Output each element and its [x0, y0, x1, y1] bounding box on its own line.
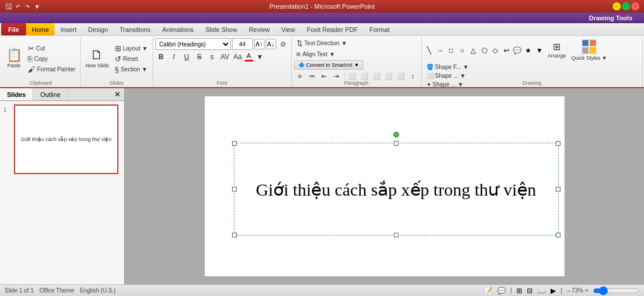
- handle-bottom-left[interactable]: [232, 233, 237, 237]
- new-slide-button[interactable]: 🗋 New Slide: [83, 48, 111, 70]
- menu-item-format[interactable]: Format: [364, 23, 396, 35]
- handle-top-left[interactable]: [232, 141, 237, 146]
- normal-view-button[interactable]: ⊞: [516, 287, 522, 295]
- paragraph-label: Paragraph: [344, 80, 368, 86]
- align-right-button[interactable]: ⬜: [371, 71, 382, 81]
- window-controls[interactable]: – □ ×: [613, 2, 639, 10]
- handle-middle-right[interactable]: [556, 187, 560, 192]
- zoom-slider[interactable]: [593, 286, 639, 295]
- increase-font-button[interactable]: A↑: [254, 39, 265, 49]
- slide-text-content[interactable]: Giới thiệu cách sắp xếp trong thư viện: [256, 178, 536, 201]
- menu-item-view[interactable]: View: [276, 23, 301, 35]
- layout-button[interactable]: ⊞ Layout ▼: [113, 44, 150, 53]
- quick-styles-button[interactable]: Quick Styles ▼: [569, 38, 609, 63]
- font-size-input[interactable]: [232, 38, 253, 50]
- char-spacing-button[interactable]: AV: [219, 51, 231, 63]
- text-box[interactable]: Giới thiệu cách sắp xếp trong thư viện: [234, 143, 559, 236]
- reading-view-button[interactable]: 📖: [537, 287, 546, 295]
- minimize-button[interactable]: –: [613, 2, 621, 10]
- handle-bottom-center[interactable]: [394, 233, 399, 237]
- drawing-tools-bar: Drawing Tools: [0, 13, 644, 23]
- drawing-tools-label: Drawing Tools: [582, 15, 639, 21]
- slide-thumbnail[interactable]: Giới thiệu cách sắp xếp trong thư viện: [14, 104, 118, 174]
- comments-button[interactable]: 💬: [497, 287, 506, 295]
- columns-button[interactable]: ⬜: [395, 71, 407, 81]
- triangle-shape-button[interactable]: △: [468, 45, 479, 56]
- undo-button[interactable]: ↶: [15, 3, 21, 10]
- canvas-area[interactable]: Giới thiệu cách sắp xếp trong thư viện: [125, 88, 644, 284]
- bullets-button[interactable]: ≡: [294, 71, 306, 81]
- shape-effects-button[interactable]: ✦ Shape ... ▼: [424, 81, 471, 88]
- menu-item-home[interactable]: Home: [26, 23, 55, 35]
- reset-button[interactable]: ↺ Reset: [113, 54, 150, 64]
- handle-middle-left[interactable]: [232, 187, 237, 192]
- menu-item-insert[interactable]: Insert: [55, 23, 82, 35]
- align-text-button[interactable]: ≡ Align Text ▼: [294, 49, 338, 59]
- bold-button[interactable]: B: [155, 51, 167, 63]
- menu-item-review[interactable]: Review: [243, 23, 276, 35]
- rotate-handle[interactable]: [393, 132, 399, 138]
- justify-button[interactable]: ⬜: [383, 71, 395, 81]
- strikethrough-button[interactable]: S: [194, 51, 205, 63]
- shape-effects-icon: ✦: [426, 81, 431, 88]
- handle-top-center[interactable]: [394, 141, 399, 146]
- maximize-button[interactable]: □: [622, 2, 630, 10]
- decrease-indent-button[interactable]: ⇤: [319, 71, 330, 81]
- handle-top-right[interactable]: [556, 141, 560, 146]
- star-button[interactable]: ★: [523, 45, 534, 56]
- font-color-dropdown[interactable]: ▼: [254, 51, 266, 63]
- section-button[interactable]: § Section ▼: [113, 64, 150, 74]
- list-item: 1 Giới thiệu cách sắp xếp trong thư viện: [3, 104, 121, 174]
- shape-outline-button[interactable]: ⬜ Shape ... ▼: [424, 72, 471, 80]
- change-case-button[interactable]: Aa: [232, 51, 244, 63]
- menu-item-transitions[interactable]: Transitions: [114, 23, 156, 35]
- curved-arrow-button[interactable]: ↩: [501, 45, 512, 56]
- text-direction-button[interactable]: ⇅ Text Direction ▼: [294, 38, 349, 48]
- tab-slides[interactable]: Slides: [0, 88, 33, 100]
- copy-button[interactable]: ⎘ Copy: [26, 54, 78, 64]
- rect-shape-button[interactable]: □: [446, 45, 457, 56]
- menu-item-slideshow[interactable]: Slide Show: [200, 23, 243, 35]
- slides-panel-close[interactable]: ✕: [111, 88, 124, 100]
- paste-button[interactable]: 📋 Paste: [3, 48, 24, 70]
- oval-shape-button[interactable]: ○: [457, 45, 468, 56]
- font-row-1: Calibri (Headings) A↑ A↓ ⊘: [155, 38, 289, 50]
- convert-smartart-button[interactable]: 🔷 Convert to SmartArt ▼: [294, 60, 363, 70]
- quick-access-toolbar[interactable]: 🖫 ↶ ↷ ▼: [5, 2, 41, 11]
- callout-button[interactable]: 💬: [512, 45, 523, 56]
- italic-button[interactable]: I: [168, 51, 180, 63]
- notes-button[interactable]: 📝: [484, 287, 493, 295]
- shape-format-buttons: 🪣 Shape F... ▼ ⬜ Shape ... ▼ ✦ Shape ...…: [424, 63, 471, 88]
- line-spacing-button[interactable]: ↕: [407, 71, 419, 81]
- decrease-font-button[interactable]: A↓: [266, 39, 276, 49]
- menu-item-design[interactable]: Design: [82, 23, 114, 35]
- font-family-select[interactable]: Calibri (Headings): [155, 38, 231, 50]
- close-button[interactable]: ×: [631, 2, 639, 10]
- arrange-button[interactable]: ⊞ Arrange: [545, 41, 569, 60]
- shadow-button[interactable]: s: [207, 51, 218, 63]
- diamond-shape-button[interactable]: ◇: [490, 45, 501, 56]
- underline-button[interactable]: U: [181, 51, 193, 63]
- shape-fill-button[interactable]: 🪣 Shape F... ▼: [424, 63, 471, 71]
- font-color-button[interactable]: A: [245, 52, 253, 62]
- increase-indent-button[interactable]: ⇥: [331, 71, 342, 81]
- slide-canvas[interactable]: Giới thiệu cách sắp xếp trong thư viện: [205, 96, 565, 276]
- arrow-shape-button[interactable]: →: [435, 45, 446, 56]
- customize-qa-button[interactable]: ▼: [33, 3, 41, 10]
- redo-button[interactable]: ↷: [24, 3, 31, 10]
- menu-item-foxit[interactable]: Foxit Reader PDF: [301, 23, 364, 35]
- clear-formatting-button[interactable]: ⊘: [277, 38, 289, 50]
- slideshow-button[interactable]: ▶: [551, 287, 556, 295]
- line-shape-button[interactable]: ╲: [424, 45, 435, 56]
- menu-item-file[interactable]: File: [1, 23, 26, 35]
- pentagon-shape-button[interactable]: ⬠: [479, 45, 490, 56]
- tab-outline[interactable]: Outline: [33, 88, 68, 100]
- menu-item-animations[interactable]: Animations: [156, 23, 199, 35]
- slide-sorter-button[interactable]: ⊟: [527, 287, 533, 295]
- format-painter-button[interactable]: 🖌 Format Painter: [26, 64, 78, 74]
- cut-button[interactable]: ✂ Cut: [26, 44, 78, 53]
- para-row-top: ⇅ Text Direction ▼: [294, 38, 419, 48]
- shapes-more-button[interactable]: ▼: [534, 45, 545, 56]
- numbering-button[interactable]: ≔: [306, 71, 318, 81]
- handle-bottom-right[interactable]: [556, 233, 560, 237]
